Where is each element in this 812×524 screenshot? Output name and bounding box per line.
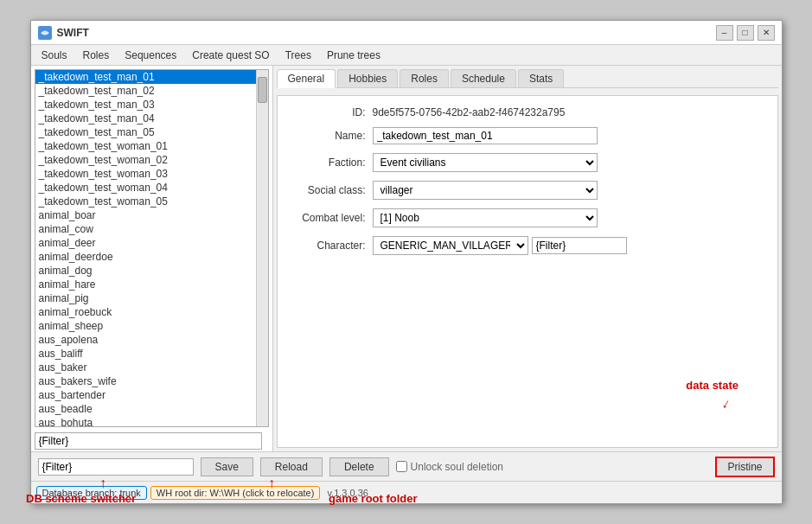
list-scrollbar[interactable]: [256, 70, 268, 426]
list-item[interactable]: aus_apolena: [35, 333, 256, 347]
tab-hobbies[interactable]: Hobbies: [337, 69, 398, 87]
menu-souls[interactable]: Souls: [35, 48, 74, 63]
soul-list: _takedown_test_man_01 _takedown_test_man…: [35, 70, 256, 426]
bottom-filter-input[interactable]: [38, 458, 194, 476]
combat-level-row: Combat level: [1] Noob [2] Weak [3] Aver…: [288, 208, 767, 227]
menu-prune-trees[interactable]: Prune trees: [320, 48, 387, 63]
pristine-button[interactable]: Pristine: [715, 457, 774, 477]
right-panel: General Hobbies Roles Schedule Stats ID:…: [273, 66, 782, 451]
character-filter-input[interactable]: [532, 237, 627, 254]
list-item[interactable]: _takedown_test_woman_01: [35, 139, 256, 153]
soul-filter-input[interactable]: [35, 432, 262, 450]
delete-button[interactable]: Delete: [329, 457, 389, 476]
list-item[interactable]: _takedown_test_man_03: [35, 98, 256, 112]
list-item[interactable]: aus_baliff: [35, 347, 256, 361]
list-item[interactable]: animal_roebuck: [35, 305, 256, 319]
maximize-button[interactable]: □: [737, 25, 754, 41]
save-button[interactable]: Save: [201, 457, 253, 476]
id-label: ID:: [288, 106, 366, 118]
list-item[interactable]: animal_sheep: [35, 319, 256, 333]
menu-roles[interactable]: Roles: [76, 48, 117, 63]
social-class-row: Social class: villager noble clergy merc…: [288, 181, 767, 200]
left-panel: _takedown_test_man_01 _takedown_test_man…: [31, 66, 273, 451]
unlock-checkbox[interactable]: [396, 461, 407, 472]
menu-sequences[interactable]: Sequences: [118, 48, 183, 63]
soul-list-wrapper: _takedown_test_man_01 _takedown_test_man…: [35, 69, 269, 427]
list-item[interactable]: aus_bakers_wife: [35, 374, 256, 388]
unlock-area: Unlock soul deletion: [396, 461, 503, 473]
tabs: General Hobbies Roles Schedule Stats: [277, 69, 778, 88]
list-item[interactable]: aus_bartender: [35, 388, 256, 402]
list-item[interactable]: aus_bohuta: [35, 416, 256, 426]
social-class-label: Social class:: [288, 184, 366, 196]
combat-level-label: Combat level:: [288, 212, 366, 224]
name-label: Name:: [288, 130, 366, 142]
list-item[interactable]: _takedown_test_woman_05: [35, 195, 256, 208]
character-row: Character: GENERIC_MAN_VILLAGER_04 GENER…: [288, 236, 767, 255]
window-title: SWIFT: [57, 27, 89, 39]
faction-select[interactable]: Event civilians Civilians Guards Enemies: [373, 153, 598, 172]
list-item[interactable]: _takedown_test_man_04: [35, 112, 256, 125]
list-item[interactable]: animal_hare: [35, 278, 256, 291]
list-item[interactable]: _takedown_test_man_02: [35, 84, 256, 98]
faction-label: Faction:: [288, 157, 366, 169]
list-item[interactable]: _takedown_test_man_05: [35, 125, 256, 139]
id-row: ID: 9de5f575-0756-42b2-aab2-f4674232a795: [288, 106, 767, 118]
db-branch-tag[interactable]: Database branch: trunk: [36, 486, 147, 500]
list-item[interactable]: animal_deerdoe: [35, 250, 256, 264]
list-item[interactable]: animal_deer: [35, 236, 256, 250]
version-text: v.1.3.0.36: [327, 488, 368, 498]
menu-bar: Souls Roles Sequences Create quest SO Tr…: [31, 45, 782, 66]
list-item[interactable]: _takedown_test_man_01: [35, 70, 256, 84]
list-item[interactable]: _takedown_test_woman_03: [35, 167, 256, 181]
name-row: Name:: [288, 127, 767, 144]
tab-roles[interactable]: Roles: [400, 69, 449, 87]
app-icon: [38, 26, 52, 40]
status-bar: Database branch: trunk WH root dir: W:\W…: [31, 481, 782, 503]
social-class-select[interactable]: villager noble clergy merchant: [373, 181, 598, 200]
combat-level-select[interactable]: [1] Noob [2] Weak [3] Average [4] Strong: [373, 208, 598, 227]
faction-row: Faction: Event civilians Civilians Guard…: [288, 153, 767, 172]
name-input[interactable]: [373, 127, 598, 144]
list-item[interactable]: animal_cow: [35, 222, 256, 236]
list-filter-area: [35, 432, 269, 450]
list-item[interactable]: _takedown_test_woman_02: [35, 153, 256, 167]
minimize-button[interactable]: –: [716, 25, 733, 41]
list-item[interactable]: aus_beadle: [35, 402, 256, 416]
list-item[interactable]: _takedown_test_woman_04: [35, 181, 256, 195]
unlock-label-text: Unlock soul deletion: [411, 461, 503, 473]
tab-general[interactable]: General: [277, 69, 336, 88]
character-label: Character:: [288, 240, 366, 252]
list-item[interactable]: animal_pig: [35, 291, 256, 305]
bottom-toolbar: Save Reload Delete Unlock soul deletion …: [31, 451, 782, 481]
menu-create-quest-so[interactable]: Create quest SO: [185, 48, 276, 63]
menu-trees[interactable]: Trees: [278, 48, 318, 63]
main-window: SWIFT – □ ✕ Souls Roles Sequences Create…: [30, 20, 783, 504]
tab-schedule[interactable]: Schedule: [451, 69, 516, 87]
wh-root-tag[interactable]: WH root dir: W:\WH (click to relocate): [150, 486, 321, 500]
list-item[interactable]: aus_baker: [35, 361, 256, 374]
list-item[interactable]: animal_dog: [35, 264, 256, 278]
list-item[interactable]: animal_boar: [35, 208, 256, 222]
close-button[interactable]: ✕: [758, 25, 775, 41]
title-bar: SWIFT – □ ✕: [31, 21, 782, 45]
form-area: ID: 9de5f575-0756-42b2-aab2-f4674232a795…: [277, 95, 778, 448]
scroll-thumb[interactable]: [258, 77, 267, 103]
id-value: 9de5f575-0756-42b2-aab2-f4674232a795: [373, 106, 566, 118]
character-select[interactable]: GENERIC_MAN_VILLAGER_04 GENERIC_MAN_VILL…: [373, 236, 528, 255]
main-content: _takedown_test_man_01 _takedown_test_man…: [31, 66, 782, 451]
reload-button[interactable]: Reload: [260, 457, 323, 476]
tab-stats[interactable]: Stats: [518, 69, 564, 87]
